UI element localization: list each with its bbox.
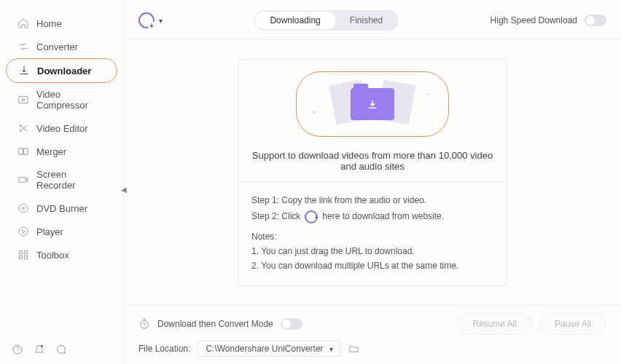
- link-icon: [305, 210, 318, 223]
- sidebar-item-editor[interactable]: Video Editor: [6, 116, 117, 140]
- svg-point-8: [19, 227, 28, 236]
- help-icon[interactable]: [12, 344, 23, 355]
- empty-state-panel: ✦ + Support to download videos from more…: [238, 59, 507, 285]
- svg-rect-3: [19, 149, 23, 154]
- note2: 2. You can download multiple URLs at the…: [251, 258, 493, 273]
- scissors-icon: [17, 122, 29, 134]
- status-tabs: Downloading Finished: [254, 10, 399, 31]
- sidebar-item-home[interactable]: Home: [6, 12, 117, 35]
- svg-point-2: [20, 130, 22, 132]
- svg-rect-10: [24, 251, 27, 254]
- paste-url-button[interactable]: ▾: [138, 12, 163, 28]
- sidebar-item-label: Player: [36, 226, 63, 237]
- file-location-path: C:\Wondershare UniConverter: [206, 344, 323, 354]
- drop-zone[interactable]: ✦ +: [296, 71, 449, 137]
- sparkle-icon: +: [426, 90, 430, 98]
- svg-rect-11: [20, 256, 23, 258]
- svg-point-1: [20, 124, 22, 127]
- file-location-label: File Location:: [138, 344, 190, 354]
- download-icon: [18, 65, 30, 76]
- sidebar-item-toolbox[interactable]: Toolbox: [6, 243, 117, 266]
- support-text: Support to download videos from more tha…: [238, 143, 507, 182]
- sidebar: Home Converter Downloader Video Compress…: [0, 0, 124, 364]
- sidebar-item-label: Video Compressor: [36, 89, 106, 111]
- topbar: ▾ Downloading Finished High Speed Downlo…: [124, 0, 621, 40]
- sidebar-item-converter[interactable]: Converter: [6, 35, 117, 58]
- steps: Step 1: Copy the link from the audio or …: [238, 183, 507, 224]
- disc-icon: [17, 202, 29, 214]
- svg-rect-5: [19, 178, 26, 183]
- sidebar-item-merger[interactable]: Merger: [6, 140, 117, 163]
- sidebar-item-label: Toolbox: [36, 250, 69, 261]
- chevron-down-icon: ▾: [159, 17, 163, 25]
- sidebar-item-downloader[interactable]: Downloader: [6, 58, 117, 83]
- sidebar-item-dvd[interactable]: DVD Burner: [6, 197, 117, 220]
- note1: 1. You can just drag the URL to download…: [251, 244, 493, 258]
- link-icon: [138, 12, 155, 28]
- folder-download-icon: [351, 88, 394, 120]
- camera-icon: [17, 174, 29, 186]
- sidebar-item-label: DVD Burner: [36, 203, 87, 214]
- sidebar-item-label: Home: [36, 18, 62, 29]
- svg-point-14: [41, 345, 43, 347]
- sidebar-item-label: Video Editor: [36, 123, 88, 134]
- file-location-select[interactable]: C:\Wondershare UniConverter ▾: [198, 341, 340, 357]
- open-folder-button[interactable]: [348, 344, 359, 355]
- sidebar-item-compressor[interactable]: Video Compressor: [6, 83, 117, 116]
- svg-point-6: [19, 204, 28, 213]
- bottombar: Download then Convert Mode Resume All Pa…: [124, 305, 621, 364]
- svg-rect-0: [19, 96, 28, 103]
- sidebar-item-player[interactable]: Player: [6, 220, 117, 243]
- notes-heading: Notes:: [251, 229, 493, 244]
- sidebar-item-label: Screen Recorder: [36, 169, 106, 191]
- convert-mode-toggle[interactable]: [281, 318, 302, 330]
- sidebar-item-label: Downloader: [37, 66, 91, 76]
- merger-icon: [17, 146, 29, 157]
- tab-downloading[interactable]: Downloading: [255, 12, 335, 29]
- sidebar-item-label: Merger: [36, 146, 66, 157]
- high-speed-download: High Speed Download: [491, 15, 606, 26]
- chevron-down-icon: ▾: [329, 345, 333, 353]
- pause-all-button[interactable]: Pause All: [539, 313, 606, 335]
- timer-icon[interactable]: [138, 318, 150, 330]
- step1-text: Step 1: Copy the link from the audio or …: [251, 193, 493, 209]
- step2-text: Step 2: Click here to download from webs…: [251, 209, 493, 225]
- compressor-icon: [17, 94, 29, 106]
- svg-point-7: [23, 207, 25, 210]
- toolbox-icon: [17, 249, 29, 261]
- chat-icon[interactable]: [55, 344, 67, 355]
- sidebar-collapse-handle[interactable]: ◀: [121, 186, 127, 197]
- resume-all-button[interactable]: Resume All: [457, 313, 532, 335]
- tab-finished[interactable]: Finished: [335, 12, 397, 29]
- sidebar-item-recorder[interactable]: Screen Recorder: [6, 163, 117, 197]
- home-icon: [17, 17, 29, 29]
- play-icon: [17, 226, 29, 237]
- svg-rect-12: [24, 256, 27, 258]
- svg-rect-9: [20, 251, 23, 254]
- hsd-label: High Speed Download: [491, 15, 577, 25]
- main: ▾ Downloading Finished High Speed Downlo…: [124, 0, 621, 364]
- sidebar-bottom: [0, 335, 123, 364]
- sparkle-icon: ✦: [311, 108, 317, 116]
- convert-mode-label: Download then Convert Mode: [157, 319, 273, 329]
- svg-rect-4: [24, 149, 28, 154]
- bell-icon[interactable]: [34, 344, 45, 355]
- content-area: ✦ + Support to download videos from more…: [124, 40, 621, 305]
- sidebar-item-label: Converter: [36, 41, 78, 52]
- converter-icon: [17, 41, 29, 52]
- hsd-toggle[interactable]: [585, 15, 606, 26]
- notes: Notes: 1. You can just drag the URL to d…: [238, 225, 507, 274]
